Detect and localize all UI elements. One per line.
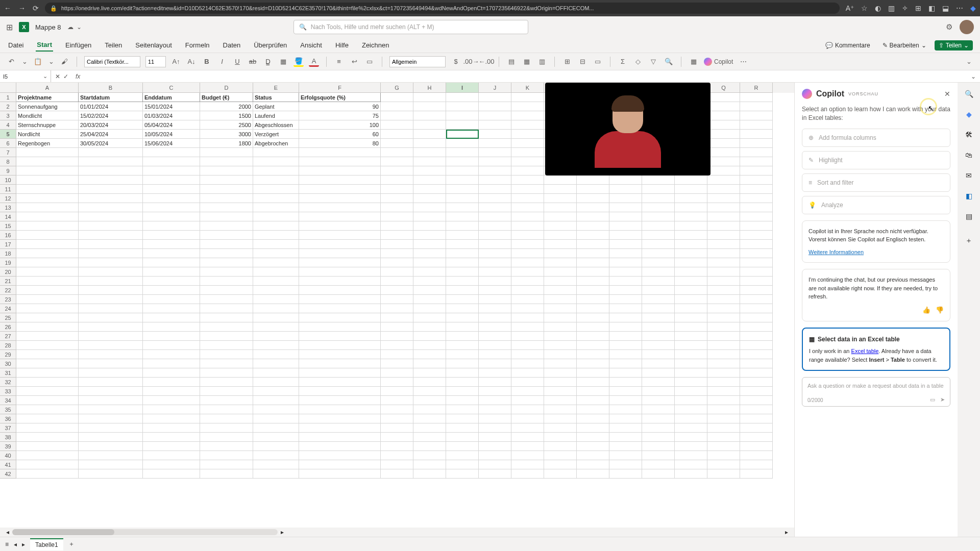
cell-Q11[interactable] bbox=[707, 185, 740, 194]
cell-Q31[interactable] bbox=[707, 368, 740, 378]
cell-A6[interactable]: Regenbogen bbox=[16, 139, 79, 148]
sync-icon[interactable]: ◐ bbox=[875, 4, 881, 12]
cell-O16[interactable] bbox=[642, 231, 675, 240]
cell-I38[interactable] bbox=[446, 433, 479, 442]
cell-Q24[interactable] bbox=[707, 304, 740, 313]
cell-H10[interactable] bbox=[413, 176, 446, 185]
format-cells-icon[interactable]: ▭ bbox=[593, 57, 603, 67]
cell-C34[interactable] bbox=[143, 396, 200, 405]
cell-F6[interactable]: 80 bbox=[299, 139, 381, 148]
cell-H26[interactable] bbox=[413, 322, 446, 332]
copilot-browser-icon[interactable]: ◆ bbox=[970, 4, 976, 12]
cell-K14[interactable] bbox=[511, 212, 544, 221]
cell-N13[interactable] bbox=[609, 203, 642, 212]
cell-C10[interactable] bbox=[143, 176, 200, 185]
cell-G25[interactable] bbox=[381, 313, 413, 322]
font-grow-icon[interactable]: A↑ bbox=[171, 57, 181, 67]
cell-D29[interactable] bbox=[200, 350, 253, 359]
cell-E8[interactable] bbox=[253, 157, 299, 166]
cell-J4[interactable] bbox=[479, 120, 511, 130]
cell-B36[interactable] bbox=[79, 414, 143, 423]
cell-M17[interactable] bbox=[577, 240, 609, 249]
cell-A7[interactable] bbox=[16, 148, 79, 157]
cell-I14[interactable] bbox=[446, 212, 479, 221]
fill-color-icon[interactable]: 🪣 bbox=[293, 57, 304, 67]
cell-O42[interactable] bbox=[642, 469, 675, 479]
cell-B2[interactable]: 01/01/2024 bbox=[79, 102, 143, 111]
select-all-corner[interactable] bbox=[0, 83, 16, 93]
cell-N36[interactable] bbox=[609, 414, 642, 423]
cell-A37[interactable] bbox=[16, 423, 79, 433]
cell-A20[interactable] bbox=[16, 267, 79, 277]
bold-icon[interactable]: B bbox=[202, 57, 212, 67]
delete-cells-icon[interactable]: ⊟ bbox=[577, 57, 587, 67]
cell-K29[interactable] bbox=[511, 350, 544, 359]
cell-A10[interactable] bbox=[16, 176, 79, 185]
font-size-select[interactable] bbox=[145, 56, 166, 67]
copilot-ask-input[interactable]: Ask a question or make a request about d… bbox=[802, 377, 950, 407]
cell-E26[interactable] bbox=[253, 322, 299, 332]
cell-Q29[interactable] bbox=[707, 350, 740, 359]
cell-R10[interactable] bbox=[740, 176, 773, 185]
cell-J27[interactable] bbox=[479, 332, 511, 341]
cell-N12[interactable] bbox=[609, 194, 642, 203]
cell-H35[interactable] bbox=[413, 405, 446, 414]
cell-C31[interactable] bbox=[143, 368, 200, 378]
cell-Q22[interactable] bbox=[707, 286, 740, 295]
cell-B30[interactable] bbox=[79, 359, 143, 368]
cell-N29[interactable] bbox=[609, 350, 642, 359]
cell-O19[interactable] bbox=[642, 258, 675, 267]
cell-K21[interactable] bbox=[511, 277, 544, 286]
cell-K38[interactable] bbox=[511, 433, 544, 442]
cell-A29[interactable] bbox=[16, 350, 79, 359]
cell-A28[interactable] bbox=[16, 341, 79, 350]
cell-O11[interactable] bbox=[642, 185, 675, 194]
menu-tab-ansicht[interactable]: Ansicht bbox=[299, 39, 323, 51]
cell-R40[interactable] bbox=[740, 451, 773, 460]
cell-E29[interactable] bbox=[253, 350, 299, 359]
cell-I34[interactable] bbox=[446, 396, 479, 405]
cell-M12[interactable] bbox=[577, 194, 609, 203]
row-header-17[interactable]: 17 bbox=[0, 240, 16, 249]
cell-A34[interactable] bbox=[16, 396, 79, 405]
cell-H36[interactable] bbox=[413, 414, 446, 423]
cell-K37[interactable] bbox=[511, 423, 544, 433]
cell-R24[interactable] bbox=[740, 304, 773, 313]
cell-R14[interactable] bbox=[740, 212, 773, 221]
cell-O31[interactable] bbox=[642, 368, 675, 378]
cell-style-icon[interactable]: ▥ bbox=[537, 57, 547, 67]
cell-M10[interactable] bbox=[577, 176, 609, 185]
row-header-11[interactable]: 11 bbox=[0, 185, 16, 194]
cell-A36[interactable] bbox=[16, 414, 79, 423]
cell-M28[interactable] bbox=[577, 341, 609, 350]
cell-H33[interactable] bbox=[413, 387, 446, 396]
decimal-inc-icon[interactable]: .00→ bbox=[466, 57, 476, 67]
cell-R25[interactable] bbox=[740, 313, 773, 322]
cell-H1[interactable] bbox=[413, 93, 446, 102]
cell-G10[interactable] bbox=[381, 176, 413, 185]
cell-D22[interactable] bbox=[200, 286, 253, 295]
cancel-formula-icon[interactable]: ✕ bbox=[55, 73, 60, 80]
cell-A31[interactable] bbox=[16, 368, 79, 378]
cell-R1[interactable] bbox=[740, 93, 773, 102]
cell-F12[interactable] bbox=[299, 194, 381, 203]
sheet-menu-icon[interactable]: ≡ bbox=[5, 541, 9, 548]
cell-N25[interactable] bbox=[609, 313, 642, 322]
back-icon[interactable]: ← bbox=[4, 4, 11, 12]
cell-F38[interactable] bbox=[299, 433, 381, 442]
cell-H16[interactable] bbox=[413, 231, 446, 240]
cell-N28[interactable] bbox=[609, 341, 642, 350]
cell-F11[interactable] bbox=[299, 185, 381, 194]
row-header-37[interactable]: 37 bbox=[0, 423, 16, 433]
cell-B6[interactable]: 30/05/2024 bbox=[79, 139, 143, 148]
extension2-icon[interactable]: ◧ bbox=[928, 4, 935, 12]
cell-A12[interactable] bbox=[16, 194, 79, 203]
cell-M14[interactable] bbox=[577, 212, 609, 221]
row-header-36[interactable]: 36 bbox=[0, 414, 16, 423]
cell-M23[interactable] bbox=[577, 295, 609, 304]
cell-I18[interactable] bbox=[446, 249, 479, 258]
cell-N17[interactable] bbox=[609, 240, 642, 249]
cell-J2[interactable] bbox=[479, 102, 511, 111]
cell-E28[interactable] bbox=[253, 341, 299, 350]
cell-A35[interactable] bbox=[16, 405, 79, 414]
